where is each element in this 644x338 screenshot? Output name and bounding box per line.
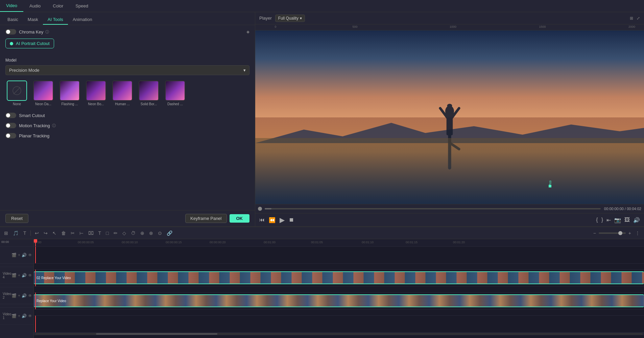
timeline-ruler-row[interactable]: 00:00 00:00:00:05 00:00:00:10 00:00:00:1… — [34, 239, 644, 247]
keyframe-panel-button[interactable]: Keyframe Panel — [185, 214, 227, 223]
track-clip-video4[interactable]: 02 Replace Your Video — [34, 271, 644, 284]
subtab-animation[interactable]: Animation — [68, 15, 97, 25]
tl-icon-eye-v4[interactable]: 👁 — [28, 273, 32, 278]
grid-icon[interactable]: ⊞ — [630, 16, 633, 21]
tab-video[interactable]: Video — [0, 0, 23, 12]
preset-none[interactable]: None — [5, 81, 28, 106]
chroma-key-info-icon[interactable]: ⓘ — [45, 29, 49, 35]
ruler-t110: 00:01:10 — [362, 241, 374, 244]
tl-split-btn[interactable]: ⊢ — [78, 230, 85, 236]
tl-text2-btn[interactable]: T — [97, 230, 103, 236]
tl-crop-btn[interactable]: ⌧ — [87, 230, 95, 236]
tab-color[interactable]: Color — [47, 0, 69, 12]
tl-delete-btn[interactable]: 🗑 — [60, 230, 67, 236]
trim-start-icon[interactable]: { — [596, 217, 598, 223]
preset-human[interactable]: Human ... — [111, 81, 134, 106]
volume-icon[interactable]: 🔊 — [633, 217, 640, 223]
fullscreen-icon[interactable]: ⤢ — [637, 16, 640, 21]
planar-tracking-label: Planar Tracking — [19, 133, 49, 138]
tl-undo-btn[interactable]: ↩ — [33, 230, 40, 236]
playhead-dot[interactable] — [258, 207, 262, 211]
tl-icon-add-v2[interactable]: + — [18, 293, 20, 298]
ai-portrait-row: AI Portrait Cutout — [5, 39, 249, 54]
planar-tracking-toggle[interactable] — [5, 133, 16, 138]
tl-add-audio-btn[interactable]: 🎵 — [11, 230, 20, 236]
panel-content: Chroma Key ⓘ ◈ AI Portrait Cutout Model … — [0, 25, 255, 210]
tl-3d-btn[interactable]: ⊙ — [157, 230, 163, 236]
tl-icon-film-v1[interactable]: 🎬 — [11, 314, 17, 318]
preset-neon-bo[interactable]: Neon Bo... — [85, 81, 108, 106]
player-timeline-track[interactable] — [265, 208, 601, 209]
timeline-scrollbar[interactable] — [34, 333, 644, 335]
snapshot2-icon[interactable]: 🖼 — [624, 217, 630, 223]
preset-flashing[interactable]: Flashing ... — [58, 81, 81, 106]
tl-icon-add-v1[interactable]: + — [18, 314, 20, 318]
snapshot-icon[interactable]: 📷 — [614, 217, 621, 223]
tl-cut-btn[interactable]: ✂ — [69, 230, 76, 236]
tl-select-btn[interactable]: ↖ — [51, 230, 58, 236]
tl-icon-eye-v2[interactable]: 👁 — [28, 293, 32, 298]
svg-line-1 — [14, 87, 20, 94]
scrollbar-track[interactable] — [35, 333, 643, 335]
tl-icon-film-v2[interactable]: 🎬 — [11, 293, 17, 298]
tl-icon-audio-v1[interactable]: 🔊 — [22, 314, 27, 318]
track-clip-video2[interactable]: Replace Your Video — [34, 294, 644, 307]
motion-tracking-info-icon[interactable]: ⓘ — [52, 123, 56, 128]
tl-zoom-in-btn[interactable]: + — [627, 230, 633, 236]
tl-icon-add-v4[interactable]: + — [18, 273, 20, 278]
reset-button[interactable]: Reset — [5, 214, 28, 223]
ruler-t10: 00:00:00:10 — [122, 241, 138, 244]
tl-more-btn[interactable]: ⋮ — [634, 230, 641, 236]
planar-tracking-row: Planar Tracking — [5, 133, 249, 138]
chroma-key-toggle[interactable] — [5, 29, 16, 35]
tl-shape-btn[interactable]: □ — [104, 230, 110, 236]
trim-end-icon[interactable]: } — [601, 217, 603, 223]
play-button[interactable]: ▶ — [280, 216, 285, 224]
tl-zoom-out-btn[interactable]: − — [592, 230, 597, 236]
preset-solid-bor[interactable]: Solid Bor... — [137, 81, 160, 106]
tl-stab-btn[interactable]: ⊗ — [148, 230, 154, 236]
tl-draw-btn[interactable]: ✏ — [112, 230, 119, 236]
tl-zoom-track[interactable] — [599, 232, 626, 234]
ok-button[interactable]: OK — [230, 214, 250, 223]
preset-none-thumb — [7, 81, 27, 101]
tl-icon-eye-0[interactable]: 👁 — [28, 253, 32, 257]
tl-link-btn[interactable]: 🔗 — [165, 230, 174, 236]
model-select-dropdown[interactable]: Precision Mode ▾ — [5, 65, 249, 75]
track-v2-label: Video 2 — [3, 292, 11, 299]
tl-add-media-btn[interactable]: ⊞ — [3, 230, 9, 236]
ai-portrait-button[interactable]: AI Portrait Cutout — [5, 39, 54, 48]
tl-track-ctrl-icons-v2: 🎬 + 🔊 👁 — [11, 293, 32, 298]
tl-add-text-btn[interactable]: T — [22, 230, 28, 236]
preset-flashing-label: Flashing ... — [58, 102, 81, 106]
prev-frame-button[interactable]: ⏮ — [259, 217, 265, 223]
subtab-aitools[interactable]: AI Tools — [43, 15, 68, 25]
tl-mask-btn[interactable]: ⊕ — [139, 230, 146, 236]
tab-speed[interactable]: Speed — [69, 0, 94, 12]
tl-keyframe-btn[interactable]: ◇ — [121, 230, 127, 236]
stop-button[interactable]: ⏹ — [289, 217, 294, 223]
tl-icon-film-0[interactable]: 🎬 — [11, 253, 17, 257]
preset-neon-da[interactable]: Neon Da... — [32, 81, 55, 106]
tl-icon-audio-0[interactable]: 🔊 — [22, 253, 27, 257]
go-start-icon[interactable]: ⇤ — [606, 217, 611, 223]
tab-audio[interactable]: Audio — [23, 0, 47, 12]
tl-icon-eye-v1[interactable]: 👁 — [28, 314, 32, 318]
preset-dashed[interactable]: Dashed ... — [164, 81, 187, 106]
subtab-mask[interactable]: Mask — [23, 15, 43, 25]
ruler-t100: 00:01:00 — [264, 241, 276, 244]
step-back-button[interactable]: ⏪ — [269, 217, 276, 223]
subtab-basic[interactable]: Basic — [3, 15, 23, 25]
tl-icon-audio-v4[interactable]: 🔊 — [22, 273, 27, 278]
tl-icon-add-0[interactable]: + — [18, 253, 20, 257]
scrollbar-thumb[interactable] — [96, 333, 217, 335]
tl-redo-btn[interactable]: ↪ — [42, 230, 49, 236]
motion-tracking-toggle[interactable] — [5, 123, 16, 128]
tl-icon-film-v4[interactable]: 🎬 — [11, 273, 17, 278]
tl-speed-btn[interactable]: ⏱ — [129, 230, 137, 236]
pin-icon[interactable]: ◈ — [246, 29, 249, 34]
tl-icon-audio-v2[interactable]: 🔊 — [22, 293, 27, 298]
quality-select[interactable]: Full Quality ▾ — [275, 15, 305, 22]
clip-label-v4: 02 Replace Your Video — [37, 276, 71, 280]
smart-cutout-toggle[interactable] — [5, 113, 16, 118]
